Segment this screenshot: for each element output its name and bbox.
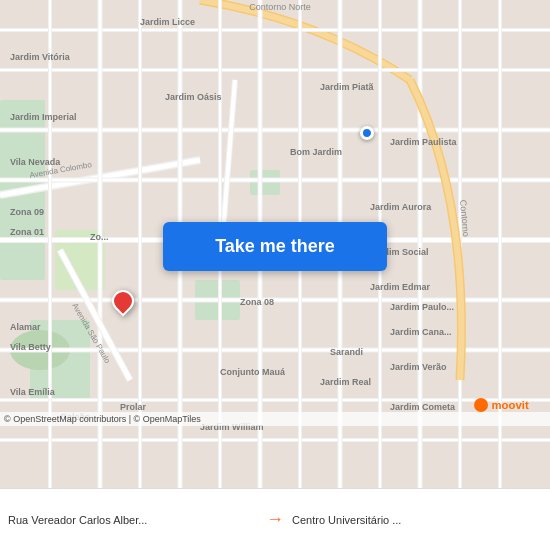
svg-text:Jardim Imperial: Jardim Imperial (10, 112, 77, 122)
svg-text:Jardim Verão: Jardim Verão (390, 362, 447, 372)
svg-text:Bom Jardim: Bom Jardim (290, 147, 342, 157)
svg-text:Zona 01: Zona 01 (10, 227, 44, 237)
svg-text:Prolar: Prolar (120, 402, 147, 412)
svg-text:Jardim Aurora: Jardim Aurora (370, 202, 432, 212)
svg-text:Vila Betty: Vila Betty (10, 342, 51, 352)
svg-text:Sarandi: Sarandi (330, 347, 363, 357)
svg-text:Contorno Norte: Contorno Norte (249, 2, 311, 12)
svg-text:Jardim Paulo...: Jardim Paulo... (390, 302, 454, 312)
svg-text:Jardim Licce: Jardim Licce (140, 17, 195, 27)
attribution-text: © OpenStreetMap contributors | © OpenMap… (4, 414, 201, 424)
svg-text:Jardim Piatã: Jardim Piatã (320, 82, 375, 92)
svg-text:Zona 09: Zona 09 (10, 207, 44, 217)
bottom-bar: Rua Vereador Carlos Alber... → Centro Un… (0, 488, 550, 550)
route-from-label: Rua Vereador Carlos Alber... (8, 514, 258, 526)
svg-text:Jardim Cana...: Jardim Cana... (390, 327, 452, 337)
svg-text:moovit: moovit (492, 399, 529, 411)
svg-text:Vila Nevada: Vila Nevada (10, 157, 61, 167)
app: Contorno Norte Avenida Colombo Avenida S… (0, 0, 550, 550)
map-container: Contorno Norte Avenida Colombo Avenida S… (0, 0, 550, 488)
svg-text:Zo...: Zo... (90, 232, 109, 242)
svg-text:Jardim Cometa: Jardim Cometa (390, 402, 456, 412)
destination-marker (360, 126, 374, 140)
svg-text:Conjunto Mauá: Conjunto Mauá (220, 367, 286, 377)
svg-text:Vila Emília: Vila Emília (10, 387, 56, 397)
svg-text:Jardim Real: Jardim Real (320, 377, 371, 387)
svg-text:Zona 08: Zona 08 (240, 297, 274, 307)
svg-text:Jardim Oásis: Jardim Oásis (165, 92, 222, 102)
svg-text:Jardim Edmar: Jardim Edmar (370, 282, 431, 292)
route-arrow-icon: → (266, 509, 284, 530)
svg-text:Jardim Vitória: Jardim Vitória (10, 52, 71, 62)
svg-point-88 (474, 398, 488, 412)
route-to-label: Centro Universitário ... (292, 514, 542, 526)
moovit-logo: moovit (474, 394, 544, 420)
origin-marker (112, 290, 134, 312)
take-me-there-button[interactable]: Take me there (163, 222, 387, 271)
map-attribution: © OpenStreetMap contributors | © OpenMap… (0, 412, 550, 426)
svg-text:Alamar: Alamar (10, 322, 41, 332)
svg-text:Jardim Paulista: Jardim Paulista (390, 137, 458, 147)
